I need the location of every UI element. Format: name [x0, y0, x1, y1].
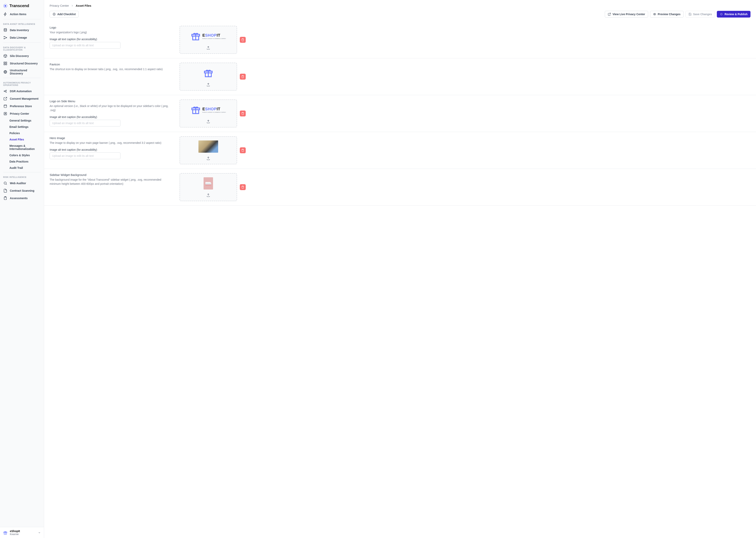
nav-label: Asset Files	[10, 138, 24, 141]
alt-text-input[interactable]	[50, 120, 120, 127]
uploader-dropzone[interactable]: ESHOPITWORLD'S LARGEST E-COMMERCE COMPAN…	[179, 26, 237, 54]
alt-text-label: Image alt text caption (for accessibilit…	[50, 148, 172, 151]
privacy-icon	[3, 112, 8, 116]
main-content: Privacy Center Asset Files Add Checklist…	[44, 0, 756, 538]
delete-button[interactable]	[240, 111, 246, 116]
view-live-button[interactable]: View Live Privacy Center	[605, 11, 648, 18]
nav-label: Privacy Center	[10, 112, 29, 115]
nav-contract-scanning[interactable]: Contract Scanning	[0, 187, 44, 194]
favicon-preview	[203, 68, 213, 78]
store-icon	[3, 104, 8, 108]
review-publish-button[interactable]: Review & Publish	[717, 11, 750, 18]
nav-data-inventory[interactable]: Data Inventory	[0, 27, 44, 34]
delete-button[interactable]	[240, 37, 246, 43]
nav-label: Policies	[10, 132, 20, 135]
svg-rect-6	[4, 62, 5, 63]
nav-colors-styles[interactable]: Colors & Styles	[0, 152, 44, 158]
nav-label: Email Settings	[10, 125, 28, 129]
button-label: Preview Changes	[658, 13, 681, 16]
preview-changes-button[interactable]: Preview Changes	[650, 11, 684, 18]
trash-icon	[241, 186, 244, 189]
nav-dsr-automation[interactable]: DSR Automation	[0, 87, 44, 95]
svg-point-17	[4, 182, 6, 184]
clipboard-icon	[3, 196, 8, 200]
nav-data-practices[interactable]: Data Practices	[0, 158, 44, 165]
section-data-discovery: DATA DISCOVERY & CLASSIFICATION	[0, 44, 44, 52]
uploader-dropzone[interactable]	[179, 173, 237, 201]
consent-icon	[3, 96, 8, 101]
nav-label: Consent Management	[10, 97, 38, 100]
uploader-dropzone[interactable]: ESHOPITWORLD'S LARGEST E-COMMERCE COMPAN…	[179, 99, 237, 128]
uploader-dropzone[interactable]	[179, 136, 237, 164]
upload-icon	[206, 120, 210, 124]
asset-section: Logo on Side Menu An optional version (i…	[44, 95, 756, 132]
sparkle-icon	[720, 13, 723, 16]
gift-icon	[3, 530, 8, 535]
asset-section: Sidebar Widget Background The background…	[44, 169, 756, 206]
add-checklist-button[interactable]: Add Checklist	[50, 11, 78, 18]
nav-label: Data Practices	[10, 160, 28, 163]
nav-privacy-center[interactable]: Privacy Center	[0, 110, 44, 117]
alt-text-input[interactable]	[50, 152, 120, 159]
nav-label: Structured Discovery	[10, 62, 38, 65]
button-label: Save Changes	[693, 13, 712, 16]
nav-messages-i18n[interactable]: Messages & Internationalization	[0, 143, 44, 152]
nav-policies[interactable]: Policies	[0, 130, 44, 136]
trash-icon	[241, 149, 244, 152]
alt-text-label: Image alt text caption (for accessibilit…	[50, 115, 172, 119]
user-name: Kearnie	[10, 533, 36, 536]
nav-general-settings[interactable]: General Settings	[0, 117, 44, 124]
nav-label: Contract Scanning	[10, 189, 34, 192]
upload-icon	[206, 83, 210, 87]
asset-section: Hero Image The image to display on your …	[44, 132, 756, 169]
nav-audit-trail[interactable]: Audit Trail	[0, 165, 44, 171]
nav-asset-files[interactable]: Asset Files	[0, 136, 44, 143]
lineage-icon	[3, 35, 8, 40]
asset-section: Logo Your organization's logo (.png) Ima…	[44, 22, 756, 58]
svg-rect-9	[6, 64, 7, 65]
delete-button[interactable]	[240, 74, 246, 80]
org-switcher[interactable]: eShopIt Kearnie	[0, 527, 44, 538]
breadcrumb-parent[interactable]: Privacy Center	[50, 4, 69, 7]
brand-preview: ESHOPITWORLD'S LARGEST E-COMMERCE COMPAN…	[191, 105, 226, 115]
alt-text-input[interactable]	[50, 42, 120, 49]
asset-description: An optional version (i.e., black or whit…	[50, 104, 172, 112]
bolt-icon	[3, 12, 8, 16]
svg-point-1	[5, 5, 6, 7]
nav-consent-management[interactable]: Consent Management	[0, 95, 44, 102]
plus-circle-icon	[53, 13, 56, 16]
nav-label: Silo Discovery	[10, 54, 29, 58]
widget-preview	[204, 177, 213, 189]
nav-label: Colors & Styles	[10, 154, 30, 157]
grid-icon	[3, 61, 8, 66]
delete-button[interactable]	[240, 184, 246, 190]
breadcrumb: Privacy Center Asset Files	[44, 0, 756, 9]
chevron-right-icon	[71, 4, 73, 7]
svg-point-4	[4, 38, 5, 39]
breadcrumb-current: Asset Files	[75, 4, 91, 7]
external-link-icon	[608, 13, 611, 16]
hero-preview	[199, 140, 218, 153]
svg-point-13	[6, 92, 7, 92]
button-label: Review & Publish	[725, 13, 747, 16]
section-data-asset-intel: DATA ASSET INTELLIGENCE	[0, 21, 44, 27]
asset-title: Logo	[50, 26, 172, 29]
uploader-dropzone[interactable]	[179, 63, 237, 91]
delete-button[interactable]	[240, 147, 246, 153]
nav-unstructured-discovery[interactable]: Unstructured Discovery	[0, 67, 44, 77]
nav-data-lineage[interactable]: Data Lineage	[0, 34, 44, 41]
nav-label: Action Items	[10, 13, 26, 16]
nav-action-items[interactable]: Action Items	[0, 11, 44, 18]
svg-point-2	[4, 28, 7, 29]
svg-rect-7	[6, 62, 7, 63]
nav-preference-store[interactable]: Preference Store	[0, 102, 44, 110]
section-autonomous-privacy: AUTONOMOUS PRIVACY OPERATIONS	[0, 79, 44, 87]
nav-web-auditor[interactable]: Web Auditor	[0, 180, 44, 187]
svg-point-23	[654, 14, 655, 15]
nav-email-settings[interactable]: Email Settings	[0, 124, 44, 130]
nav-silo-discovery[interactable]: Silo Discovery	[0, 52, 44, 60]
trash-icon	[241, 75, 244, 78]
brand-preview: ESHOPITWORLD'S LARGEST E-COMMERCE COMPAN…	[191, 31, 226, 41]
nav-structured-discovery[interactable]: Structured Discovery	[0, 60, 44, 67]
nav-assessments[interactable]: Assessments	[0, 194, 44, 202]
